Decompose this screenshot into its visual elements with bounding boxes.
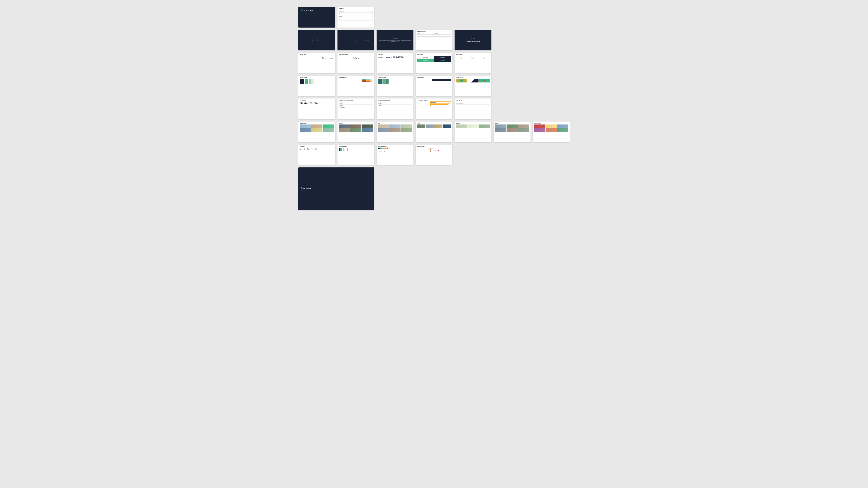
vw-photo-2 [311,125,322,128]
toc-row-1: Brand personality1 [339,11,373,13]
illustration-colours-title: Illustration colours [378,146,412,147]
cast-photo-4 [378,128,389,132]
office-font-title: Office colours and sizing [378,100,412,101]
toc-row-5: Imagery5 [339,18,373,19]
slide-product-colours[interactable]: Product colours [377,76,413,96]
toc-row-4: Typography4 [339,16,373,18]
slide-functional-tones[interactable]: Functional tones [338,76,374,96]
slide-purpose[interactable]: Our purpose Helping the chemical industr… [298,30,335,51]
type-dont-line-2: Don't use decorative scripts [456,103,490,105]
toc-row-3: Colour3 [339,14,373,16]
att-photo-3 [362,125,373,128]
slide-places[interactable]: Places [416,122,453,142]
cover-title: EVOPACK [305,9,314,11]
illus-dont-arrow [434,150,436,152]
details-photo-4 [495,128,506,132]
illus-dont-figure: 🚶 [429,149,432,153]
visual-world-title: Visual world [300,123,334,124]
slide-details[interactable]: Details [494,122,530,142]
brand-item-4: Expert [434,35,451,37]
thankyou-subtitle: Brand Guidelines [301,190,372,191]
slide-tagline[interactable]: Our tagline Better protected. [455,30,491,51]
colour-dont-2: × [467,79,478,83]
details-title: Details [495,123,529,124]
lighting-photo-3 [479,125,490,128]
product-colours-title: Product colours [378,77,412,78]
slide-brand-personality[interactable]: Brand personality Reliable Progressive S… [416,30,453,51]
vw-photo-3 [322,125,334,128]
slide-thankyou[interactable]: Thank you. Brand Guidelines [298,167,374,210]
tagline-label: Our tagline [471,38,475,39]
logo-sizes-title: Logo sizes [378,54,412,55]
colour-donts-title: Colour don'ts [456,77,490,78]
img-dont-4: × [534,128,546,132]
slide-logo-donts[interactable]: Logo don'ts [455,53,491,73]
slide-imagery-donts[interactable]: Imagery don'ts × × × × × × [533,122,569,142]
slide-illustration-colours[interactable]: Illustration colours 🚶 🚶 🚶 [377,144,413,165]
slide-font-spacing[interactable]: Font spacing heading Font size Line heig… [416,98,453,119]
slide-logo-sizes[interactable]: Logo sizes ⬡⬡ EVOPACK ⬡⬡ EVOPACK ⬡⬡ EVOP… [377,53,413,73]
slide-illustration-style[interactable]: Illustration style 🚶 🚶 [338,144,374,165]
slide-visual-world[interactable]: Visual world [298,122,335,142]
vw-photo-5 [311,128,322,132]
product-swatch-2 [382,79,385,84]
img-dont-3: × [557,125,568,128]
swatch-light-green [309,79,311,84]
svg-text:EVOPACK: EVOPACK [356,57,359,59]
illus-walking-2: 🚶 [346,149,349,151]
slide-mission[interactable]: Our mission Ensuring carbon neutral prod… [338,30,374,51]
slide-typeface[interactable]: Our typeface Basier Circle [298,98,335,119]
slide-type-donts[interactable]: Type don'ts Don't use multiple fonts Don… [455,98,491,119]
slide-attitude[interactable]: Attitude [338,122,374,142]
slide-toc[interactable]: EVOPACK Brand Guidelines Brand personali… [338,7,374,28]
slide-office-font[interactable]: Office colours and sizing S heading M he… [377,98,413,119]
illus-col-1 [378,148,380,149]
purpose-label: Our purpose [314,38,319,39]
slide-primary-colours[interactable]: Primary colours [298,76,335,96]
slide-colour-balance[interactable]: Colour balance [416,76,453,96]
purpose-body: Helping the chemical industry become mor… [308,40,326,41]
img-dont-5: × [546,128,557,132]
functional-tone-5 [366,80,370,80]
lighting-photo-1 [456,125,467,128]
digital-font-item-4: XL heading [339,106,373,108]
brand-item-2: Progressive [434,33,451,35]
functional-tone-9 [370,81,372,82]
place-photo-4 [442,125,451,128]
illus-figure-dark: 🚶 [378,150,380,152]
place-photo-3 [434,125,442,128]
digital-font-title: Digital font colours and sizing [339,100,373,101]
functional-tones-title: Functional tones [339,77,373,78]
slide-cast[interactable]: Cast [377,122,413,142]
main-heading-label: Main heading [431,102,450,103]
slides-grid: EVOPACK Brand Guidelines EVOPACK Brand G… [298,7,569,210]
functional-tone-3 [370,78,372,79]
slide-colour-donts[interactable]: Colour don'ts × × × [455,76,491,96]
slide-logo-construction[interactable]: Logo construction EVOPACK [338,53,374,73]
font-spacing-details: Font size Line height Letter spacing [417,101,430,105]
slide-cover[interactable]: EVOPACK Brand Guidelines [298,7,335,28]
slide-digital-font[interactable]: Digital font colours and sizing S headin… [338,98,374,119]
slide-primary-logo[interactable]: Primary logo EVOPACK [298,53,335,73]
primary-colours-title: Primary colours [300,77,334,78]
illus-figure-green: 🚶 [381,150,383,152]
slide-illustration-donts[interactable]: Illustration don'ts 🚶 ✗ [416,144,453,165]
toc-row-2: Logo2 [339,13,373,14]
slide-vision[interactable]: Our vision To protect 50% of all paint i… [377,30,413,51]
slide-icon-library[interactable]: Icon library [298,144,335,165]
toc-row-6: Icons6 [339,19,373,21]
functional-tone-1 [362,78,366,79]
lighting-title: Lighting [456,123,490,124]
logo-colours-title: Logo colours [417,54,451,55]
icon-library-title: Icon library [300,146,334,147]
logo-dont-2 [467,56,478,61]
download-icon [303,148,306,151]
cast-photo-2 [389,125,401,128]
functional-tone-8 [366,81,370,82]
slide-logo-colours[interactable]: Logo colours EVOPACK EVOPACK EVOPACK EVO… [416,53,453,73]
functional-tone-2 [366,78,370,79]
illus-dont-x: ✗ [438,150,439,152]
illus-figure-2 [340,148,342,151]
slide-lighting[interactable]: Lighting [455,122,491,142]
cast-photo-5 [389,128,401,132]
